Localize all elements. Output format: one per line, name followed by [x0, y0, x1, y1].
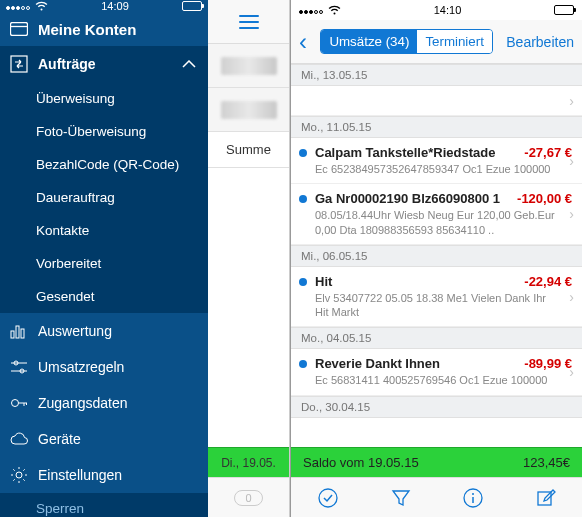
svg-point-15 [319, 489, 337, 507]
mid-toolbar [208, 0, 289, 44]
sidebar-item-umsatzregeln[interactable]: Umsatzregeln [0, 349, 208, 385]
unread-dot-icon [299, 149, 307, 157]
status-time: 14:10 [434, 4, 462, 16]
gear-icon [10, 466, 28, 484]
date-header: Mi., 13.05.15 [291, 64, 582, 86]
date-header: Do., 30.04.15 [291, 396, 582, 418]
sidebar-sub-kontakte[interactable]: Kontakte [0, 214, 208, 247]
sidebar-section-auftraege[interactable]: Aufträge [0, 46, 208, 82]
transfer-icon [10, 55, 28, 73]
chevron-right-icon: › [569, 206, 574, 222]
blurred-content [221, 57, 277, 75]
svg-rect-4 [16, 326, 19, 338]
seg-terminiert[interactable]: Terminiert [417, 30, 492, 53]
blurred-content [221, 101, 277, 119]
mid-panel: Summe Di., 19.05. 0 [208, 0, 290, 517]
unread-dot-icon [299, 360, 307, 368]
signal-dots-icon [299, 4, 324, 16]
sidebar-sub-gesendet[interactable]: Gesendet [0, 280, 208, 313]
unread-dot-icon [299, 278, 307, 286]
key-icon [10, 394, 28, 412]
sidebar: 14:09 Meine Konten Aufträge Überweisung … [0, 0, 208, 517]
signal-dots-icon [6, 0, 31, 12]
svg-point-17 [472, 493, 474, 495]
list-row-empty[interactable]: › [291, 86, 582, 116]
unread-dot-icon [299, 195, 307, 203]
chevron-right-icon: › [569, 93, 574, 109]
compose-button[interactable] [536, 488, 556, 508]
segmented-control: Umsätze (34) Terminiert [320, 29, 493, 54]
edit-button[interactable]: Bearbeiten [506, 34, 574, 50]
account-row-1[interactable] [208, 44, 289, 88]
filter-button[interactable] [391, 488, 411, 508]
hamburger-icon[interactable] [239, 15, 259, 29]
sidebar-item-einstellungen[interactable]: Einstellungen [0, 457, 208, 493]
transaction-row[interactable]: Reverie Dankt Ihnen-89,99 € Ec 56831411 … [291, 349, 582, 395]
date-header: Mi., 06.05.15 [291, 245, 582, 267]
transaction-row[interactable]: Hit-22,94 € Elv 53407722 05.05 18.38 Me1… [291, 267, 582, 328]
nav-bar: ‹ Umsätze (34) Terminiert Bearbeiten [291, 20, 582, 64]
mid-fill [208, 168, 289, 447]
sidebar-section-label: Aufträge [38, 56, 96, 72]
sidebar-header[interactable]: Meine Konten [0, 12, 208, 46]
battery-icon [182, 1, 202, 11]
sidebar-sub-dauerauftrag[interactable]: Dauerauftrag [0, 181, 208, 214]
sidebar-title: Meine Konten [38, 21, 136, 38]
checkmark-button[interactable] [317, 487, 339, 509]
saldo-bar: Saldo vom 19.05.15 123,45€ [291, 447, 582, 477]
bottom-toolbar [291, 477, 582, 517]
transaction-row[interactable]: Ga Nr00002190 Blz66090800 1-120,00 € 08.… [291, 184, 582, 245]
sidebar-sub-ueberweisung[interactable]: Überweisung [0, 82, 208, 115]
status-bar-right: 14:10 [291, 0, 582, 20]
battery-icon [554, 5, 574, 15]
info-button[interactable] [462, 487, 484, 509]
sidebar-item-auswertung[interactable]: Auswertung [0, 313, 208, 349]
sidebar-sub-foto[interactable]: Foto-Überweisung [0, 115, 208, 148]
date-header: Mo., 11.05.15 [291, 116, 582, 138]
chevron-right-icon: › [569, 364, 574, 380]
sidebar-bottom-sperren[interactable]: Sperren [0, 493, 208, 517]
seg-umsaetze[interactable]: Umsätze (34) [321, 30, 417, 53]
cloud-icon [10, 430, 28, 448]
status-bar-left: 14:09 [0, 0, 208, 12]
svg-rect-5 [21, 329, 24, 338]
transaction-list[interactable]: Mi., 13.05.15 › Mo., 11.05.15 Calpam Tan… [291, 64, 582, 447]
svg-point-10 [12, 400, 19, 407]
svg-rect-3 [11, 331, 14, 338]
date-header: Mo., 04.05.15 [291, 327, 582, 349]
wifi-icon [35, 1, 48, 11]
sliders-icon [10, 358, 28, 376]
sidebar-sub-bezahlcode[interactable]: BezahlCode (QR-Code) [0, 148, 208, 181]
back-button[interactable]: ‹ [299, 28, 307, 56]
svg-rect-0 [11, 23, 28, 36]
saldo-amount: 123,45€ [523, 455, 570, 470]
sidebar-item-zugangsdaten[interactable]: Zugangsdaten [0, 385, 208, 421]
wifi-icon [328, 5, 341, 15]
chevron-right-icon: › [569, 289, 574, 305]
barchart-icon [10, 322, 28, 340]
mid-date-bar: Di., 19.05. [208, 447, 289, 477]
sum-row: Summe [208, 132, 289, 168]
account-row-2[interactable] [208, 88, 289, 132]
transaction-row[interactable]: Calpam Tankstelle*Riedstade-27,67 € Ec 6… [291, 138, 582, 184]
chevron-right-icon: › [569, 153, 574, 169]
count-pill[interactable]: 0 [234, 490, 262, 506]
sidebar-item-geraete[interactable]: Geräte [0, 421, 208, 457]
status-time: 14:09 [101, 0, 129, 12]
sidebar-sub-vorbereitet[interactable]: Vorbereitet [0, 247, 208, 280]
saldo-label: Saldo vom 19.05.15 [303, 455, 419, 470]
svg-point-14 [16, 472, 22, 478]
chevron-up-icon [182, 60, 196, 68]
mid-bottom-bar: 0 [208, 477, 289, 517]
main-panel: 14:10 ‹ Umsätze (34) Terminiert Bearbeit… [290, 0, 582, 517]
card-icon [10, 20, 28, 38]
